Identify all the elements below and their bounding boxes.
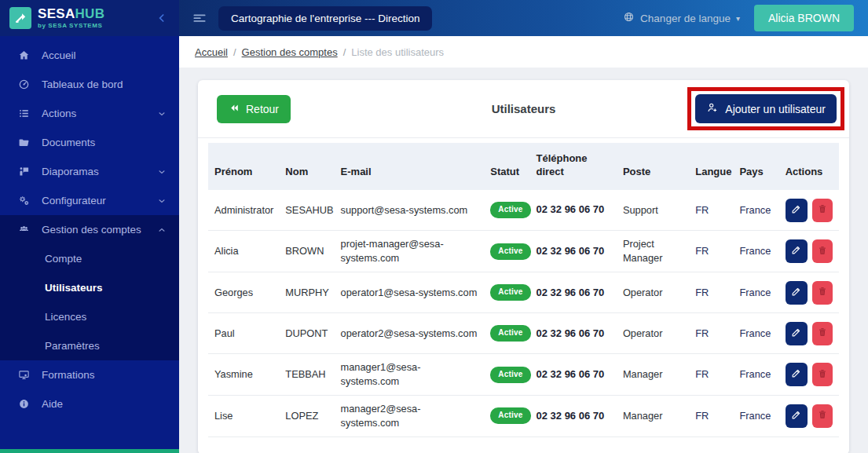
- position-cell: Manager: [617, 354, 689, 396]
- delete-button[interactable]: [812, 322, 833, 345]
- main-area: Cartographie de l'entreprise --- Directi…: [179, 0, 868, 453]
- actions-cell-td: [779, 313, 839, 354]
- delete-button[interactable]: [812, 239, 833, 263]
- status-cell: Active: [484, 190, 529, 231]
- sidebar-item-aide[interactable]: Aide: [0, 389, 179, 418]
- sidebar-item-licences[interactable]: Licences: [0, 302, 179, 331]
- add-user-button[interactable]: Ajouter un utilisateur: [695, 94, 837, 123]
- phone-cell: 02 32 96 06 70: [529, 190, 616, 231]
- sidebar-collapse-icon[interactable]: [156, 12, 168, 24]
- pencil-icon: [790, 409, 802, 423]
- language-cell: FR: [689, 231, 733, 272]
- email-cell: manager2@sesa-systems.com: [335, 395, 485, 437]
- country-cell: France: [733, 272, 778, 313]
- users-icon: [17, 224, 31, 236]
- table-row: AdministratorSESAHUBsupport@sesa-systems…: [208, 190, 839, 231]
- position-cell: Operator: [617, 272, 689, 313]
- first-name-cell: Yasmine: [208, 354, 279, 396]
- back-button[interactable]: Retour: [217, 95, 291, 123]
- edit-button[interactable]: [786, 404, 808, 428]
- context-title-pill[interactable]: Cartographie de l'entreprise --- Directi…: [218, 6, 432, 31]
- sidebar-item-label: Tableaux de bord: [42, 79, 167, 90]
- edit-button[interactable]: [786, 363, 808, 386]
- phone-cell: 02 32 96 06 70: [529, 395, 616, 437]
- status-badge: Active: [490, 284, 530, 301]
- edit-button[interactable]: [786, 322, 808, 345]
- edit-button[interactable]: [786, 199, 808, 222]
- first-name-cell: Administrator: [208, 190, 279, 231]
- table-header-row: PrénomNomE-mailStatutTéléphone directPos…: [208, 143, 839, 190]
- delete-button[interactable]: [812, 281, 833, 305]
- last-name-cell: BROWN: [279, 231, 334, 272]
- sidebar-item-parametres[interactable]: Paramètres: [0, 331, 179, 360]
- sidebar-item-diaporamas[interactable]: Diaporamas: [0, 157, 179, 186]
- column-header-telephone-direct: Téléphone direct: [529, 143, 616, 190]
- table-row: YasmineTEBBAHmanager1@sesa-systems.comAc…: [208, 354, 839, 396]
- status-badge: Active: [490, 243, 530, 260]
- sidebar-item-documents[interactable]: Documents: [0, 128, 179, 157]
- language-cell: FR: [689, 395, 733, 437]
- sidebar-item-utilisateurs[interactable]: Utilisateurs: [0, 273, 179, 302]
- position-cell: Support: [617, 190, 689, 231]
- edit-button[interactable]: [786, 239, 808, 263]
- pencil-icon: [790, 286, 802, 300]
- breadcrumb-item-accueil[interactable]: Accueil: [195, 46, 228, 58]
- breadcrumb-item-gestion-des-comptes[interactable]: Gestion des comptes: [242, 46, 338, 58]
- chevron-down-icon: [157, 109, 167, 119]
- trash-icon: [817, 409, 828, 422]
- language-menu[interactable]: Changer de langue ▾: [623, 11, 740, 25]
- table-row: AliciaBROWNprojet-manager@sesa-systems.c…: [208, 231, 839, 272]
- delete-button[interactable]: [812, 404, 833, 428]
- breadcrumb-separator: /: [343, 46, 346, 58]
- edit-button[interactable]: [786, 281, 808, 305]
- trash-icon: [817, 203, 828, 217]
- menu-toggle-icon[interactable]: [192, 10, 207, 26]
- language-menu-label: Changer de langue: [640, 13, 731, 24]
- delete-button[interactable]: [812, 363, 833, 386]
- sidebar-menu: AccueilTableaux de bordActionsDocumentsD…: [0, 36, 179, 449]
- first-name-cell: Georges: [208, 272, 279, 313]
- phone-cell: 02 32 96 06 70: [529, 313, 616, 354]
- user-button[interactable]: Alicia BROWN: [754, 5, 854, 31]
- list-icon: [17, 108, 31, 119]
- sidebar-item-accueil[interactable]: Accueil: [0, 41, 179, 70]
- phone-cell: 02 32 96 06 70: [529, 354, 616, 396]
- table-row: GeorgesMURPHYoperator1@sesa-systems.comA…: [208, 272, 839, 313]
- phone-cell: 02 32 96 06 70: [529, 272, 616, 313]
- chevron-up-icon: [157, 225, 167, 235]
- brand-name-primary: SESA: [38, 6, 75, 21]
- phone-cell: 02 32 96 06 70: [529, 231, 616, 272]
- status-badge: Active: [490, 407, 530, 424]
- users-table-wrap: PrénomNomE-mailStatutTéléphone directPos…: [198, 138, 849, 453]
- breadcrumb: Accueil/Gestion des comptes/Liste des ut…: [179, 36, 868, 68]
- sidebar-item-actions[interactable]: Actions: [0, 99, 179, 128]
- sidebar-item-formations[interactable]: Formations: [0, 360, 179, 389]
- country-cell: France: [733, 231, 778, 272]
- sidebar-item-label: Aide: [42, 398, 167, 410]
- position-cell: Operator: [617, 313, 689, 354]
- card-header: Retour Utilisateurs Ajouter un utilisate…: [198, 80, 849, 138]
- sidebar-item-gestion-des-comptes[interactable]: Gestion des comptes: [0, 215, 179, 244]
- status-cell: Active: [484, 272, 529, 313]
- row-actions: [786, 363, 833, 386]
- column-header-pays: Pays: [733, 143, 778, 190]
- add-user-button-label: Ajouter un utilisateur: [725, 103, 826, 115]
- home-icon: [17, 49, 31, 61]
- brand-tagline: by SESA SYSTEMS: [38, 22, 104, 29]
- sidebar-item-compte[interactable]: Compte: [0, 244, 179, 273]
- back-button-label: Retour: [246, 103, 279, 115]
- table-row: PaulDUPONToperator2@sesa-systems.comActi…: [208, 313, 839, 354]
- last-name-cell: LOPEZ: [279, 395, 334, 437]
- globe-icon: [623, 11, 635, 25]
- sidebar-item-tableaux-de-bord[interactable]: Tableaux de bord: [0, 70, 179, 99]
- language-cell: FR: [689, 190, 733, 231]
- status-badge: Active: [490, 325, 530, 342]
- page-title: Utilisateurs: [492, 102, 556, 115]
- app-root: SESAHUB by SESA SYSTEMS AccueilTableaux …: [0, 0, 868, 453]
- column-header-poste: Poste: [617, 143, 689, 190]
- logo-bar: SESAHUB by SESA SYSTEMS: [0, 0, 179, 36]
- delete-button[interactable]: [812, 199, 833, 222]
- sidebar-item-configurateur[interactable]: Configurateur: [0, 186, 179, 215]
- language-cell: FR: [689, 272, 733, 313]
- page-content: Retour Utilisateurs Ajouter un utilisate…: [179, 68, 868, 453]
